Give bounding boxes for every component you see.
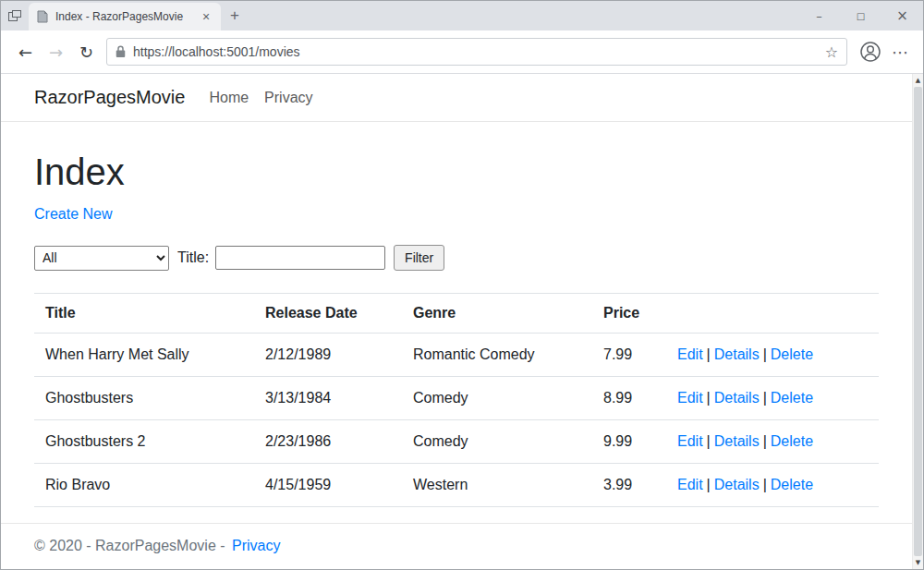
edit-link[interactable]: Edit [677, 390, 703, 406]
details-link[interactable]: Details [714, 346, 760, 362]
table-row: Rio Bravo 4/15/1959 Western 3.99 Edit|De… [34, 464, 879, 507]
url-text[interactable]: https://localhost:5001/movies [133, 44, 825, 59]
address-bar[interactable]: https://localhost:5001/movies ☆ [106, 38, 847, 66]
movies-table: Title Release Date Genre Price When Harr… [34, 293, 879, 507]
cell-price: 3.99 [592, 464, 666, 507]
cell-price: 8.99 [592, 377, 666, 420]
delete-link[interactable]: Delete [771, 346, 813, 362]
action-separator: | [707, 390, 711, 406]
create-new-link[interactable]: Create New [34, 206, 112, 222]
navbar-brand[interactable]: RazorPagesMovie [34, 87, 185, 108]
browser-toolbar: ← → ↻ https://localhost:5001/movies ☆ ⋯ [1, 30, 923, 74]
edit-link[interactable]: Edit [677, 433, 703, 449]
cell-release-date: 3/13/1984 [254, 377, 402, 420]
cell-title: When Harry Met Sally [34, 334, 254, 377]
cell-title: Ghostbusters 2 [34, 420, 254, 464]
details-link[interactable]: Details [714, 390, 760, 406]
tab-layout-icon[interactable] [1, 1, 29, 30]
tab-title: Index - RazorPagesMovie [55, 10, 192, 23]
col-header-title: Title [34, 294, 254, 334]
action-separator: | [763, 346, 767, 362]
table-row: When Harry Met Sally 2/12/1989 Romantic … [34, 334, 879, 377]
cell-release-date: 2/12/1989 [254, 334, 402, 377]
table-row: Ghostbusters 2 2/23/1986 Comedy 9.99 Edi… [34, 420, 879, 464]
cell-release-date: 2/23/1986 [254, 420, 402, 464]
scroll-down-icon[interactable]: ▼ [913, 556, 923, 569]
col-header-genre: Genre [402, 294, 592, 334]
site-info-icon[interactable] [116, 45, 126, 58]
action-separator: | [763, 433, 767, 449]
cell-genre: Romantic Comedy [402, 334, 592, 377]
page-viewport: RazorPagesMovie Home Privacy Index Creat… [1, 74, 923, 569]
delete-link[interactable]: Delete [771, 477, 813, 492]
action-separator: | [763, 477, 767, 492]
table-header-row: Title Release Date Genre Price [34, 294, 879, 334]
browser-tab[interactable]: Index - RazorPagesMovie × [29, 3, 221, 30]
title-filter-input[interactable] [215, 246, 385, 270]
action-separator: | [707, 346, 711, 362]
window-controls: – □ × [798, 1, 923, 30]
cell-actions: Edit|Details|Delete [666, 464, 879, 507]
scrollbar-thumb[interactable] [914, 87, 922, 556]
back-icon[interactable]: ← [10, 42, 41, 62]
cell-price: 7.99 [592, 334, 666, 377]
title-label: Title: [177, 249, 209, 266]
footer-privacy-link[interactable]: Privacy [232, 538, 280, 553]
menu-dots-icon[interactable]: ⋯ [886, 42, 914, 62]
cell-title: Ghostbusters [34, 377, 254, 420]
delete-link[interactable]: Delete [771, 433, 813, 449]
tabs-icon [8, 10, 21, 21]
filter-form: All Title: Filter [34, 245, 879, 271]
col-header-release-date: Release Date [254, 294, 402, 334]
table-row: Ghostbusters 3/13/1984 Comedy 8.99 Edit|… [34, 377, 879, 420]
site-navbar: RazorPagesMovie Home Privacy [1, 74, 912, 122]
details-link[interactable]: Details [714, 433, 760, 449]
close-window-button[interactable]: × [881, 1, 923, 30]
cell-genre: Western [402, 464, 592, 507]
web-page: RazorPagesMovie Home Privacy Index Creat… [1, 74, 912, 569]
cell-title: Rio Bravo [34, 464, 254, 507]
action-separator: | [763, 390, 767, 406]
profile-icon[interactable] [855, 41, 886, 63]
tab-close-icon[interactable]: × [199, 9, 213, 24]
edit-link[interactable]: Edit [677, 346, 703, 362]
cell-actions: Edit|Details|Delete [666, 420, 879, 464]
genre-select[interactable]: All [34, 246, 169, 271]
filter-button[interactable]: Filter [394, 245, 444, 271]
page-title: Index [34, 152, 879, 193]
cell-genre: Comedy [402, 377, 592, 420]
scroll-up-icon[interactable]: ▲ [913, 74, 923, 87]
tab-favicon-icon [36, 10, 49, 23]
nav-link-home[interactable]: Home [209, 90, 249, 106]
nav-link-privacy[interactable]: Privacy [264, 90, 312, 106]
tab-bar: Index - RazorPagesMovie × + – □ × [1, 1, 923, 30]
forward-icon[interactable]: → [41, 42, 71, 62]
col-header-price: Price [592, 294, 666, 334]
details-link[interactable]: Details [714, 477, 760, 492]
action-separator: | [707, 433, 711, 449]
delete-link[interactable]: Delete [771, 390, 813, 406]
favorite-star-icon[interactable]: ☆ [825, 43, 838, 61]
site-footer: © 2020 - RazorPagesMovie - Privacy [1, 523, 912, 569]
new-tab-button[interactable]: + [221, 1, 249, 30]
cell-release-date: 4/15/1959 [254, 464, 402, 507]
cell-price: 9.99 [592, 420, 666, 464]
col-header-actions [666, 294, 879, 334]
browser-window: Index - RazorPagesMovie × + – □ × ← → ↻ … [0, 0, 924, 570]
action-separator: | [707, 477, 711, 492]
edit-link[interactable]: Edit [677, 477, 703, 492]
footer-text: © 2020 - RazorPagesMovie - [34, 538, 225, 553]
vertical-scrollbar[interactable]: ▲ ▼ [912, 74, 923, 569]
maximize-button[interactable]: □ [840, 1, 881, 30]
cell-actions: Edit|Details|Delete [666, 334, 879, 377]
minimize-button[interactable]: – [798, 1, 840, 30]
cell-genre: Comedy [402, 420, 592, 464]
main-content: Index Create New All Title: Filter Title [1, 122, 912, 523]
cell-actions: Edit|Details|Delete [666, 377, 879, 420]
refresh-icon[interactable]: ↻ [71, 42, 102, 62]
